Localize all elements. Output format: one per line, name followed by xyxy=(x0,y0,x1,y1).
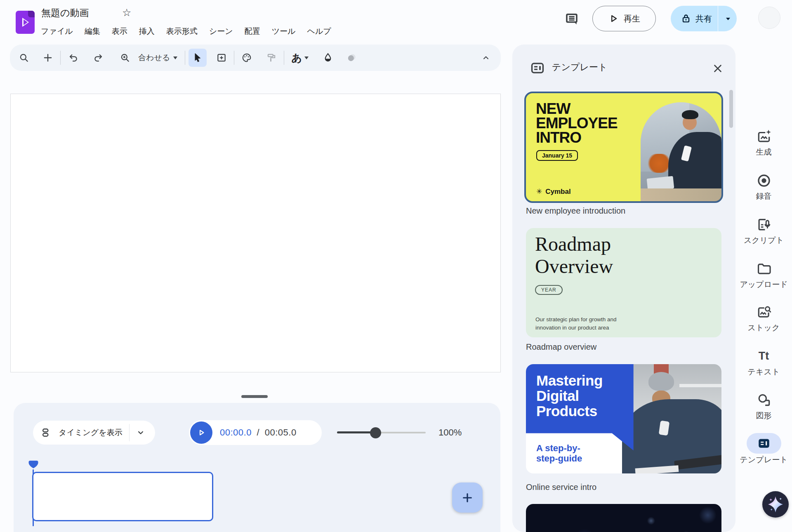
templates-panel-icon xyxy=(530,60,545,76)
zoom-in-icon xyxy=(120,52,130,63)
comments-button[interactable] xyxy=(563,10,581,28)
rail-item-text[interactable]: Tt テキスト xyxy=(735,348,792,377)
google-vids-app: 無題の動画 ☆ ファイル 編集 表示 挿入 表示形式 シーン 配置 ツール ヘル… xyxy=(0,0,792,532)
document-title[interactable]: 無題の動画 xyxy=(41,7,89,19)
zoom-slider-knob[interactable] xyxy=(370,427,381,438)
rail-item-record[interactable]: 録音 xyxy=(735,173,792,202)
undo-icon xyxy=(68,52,78,63)
scene-canvas[interactable] xyxy=(10,94,501,372)
share-button[interactable]: 共有 xyxy=(671,6,737,31)
timeline-scene-clip[interactable] xyxy=(32,472,213,521)
panel-scrollbar[interactable] xyxy=(729,90,733,128)
rail-item-script[interactable]: スクリプト xyxy=(735,217,792,246)
star-icon[interactable]: ☆ xyxy=(122,7,131,19)
generate-image-sparkle-icon xyxy=(735,129,792,144)
collapse-toolbar-button[interactable] xyxy=(477,49,495,67)
menu-arrange[interactable]: 配置 xyxy=(241,24,264,39)
card-subtitle: A step-by- step-guide xyxy=(536,443,582,464)
theme-colors-button[interactable] xyxy=(238,49,256,67)
preview-play-button[interactable]: 再生 xyxy=(592,6,656,31)
rail-item-stock[interactable]: ストック xyxy=(735,304,792,333)
template-card-roadmap[interactable]: Roadmap Overview YEAR Our strategic plan… xyxy=(526,228,721,337)
fit-zoom-dropdown[interactable]: 合わせる xyxy=(134,52,182,63)
plus-icon xyxy=(42,52,53,63)
insert-frame-button[interactable] xyxy=(212,49,231,67)
rail-item-templates-active[interactable] xyxy=(747,433,781,454)
menu-tools[interactable]: ツール xyxy=(268,24,299,39)
preview-play-label: 再生 xyxy=(624,13,640,24)
play-icon xyxy=(196,428,206,438)
rail-label: アップロード xyxy=(735,279,792,290)
card-brand: ✳ Cymbal xyxy=(536,187,571,196)
menu-scene[interactable]: シーン xyxy=(205,24,237,39)
add-scene-button[interactable] xyxy=(452,483,483,513)
chevron-down-icon xyxy=(173,56,177,61)
cymbal-star-icon: ✳ xyxy=(536,187,542,196)
brand-name: Cymbal xyxy=(545,188,570,196)
template-card-label[interactable]: Online service intro xyxy=(526,483,596,492)
template-card-online-service[interactable]: Mastering Digital Products A step-by- st… xyxy=(526,364,721,473)
account-avatar[interactable] xyxy=(758,7,780,29)
fill-color-button[interactable] xyxy=(319,49,337,67)
card-photo-designer xyxy=(627,364,721,473)
show-timing-button[interactable]: タイミングを表示 xyxy=(33,421,155,445)
timing-chevron-down-icon[interactable] xyxy=(135,427,146,438)
timeline-play-button[interactable] xyxy=(190,421,212,444)
rail-item-shapes[interactable]: 図形 xyxy=(735,392,792,421)
droplet-icon xyxy=(323,52,333,63)
show-timing-label: タイミングを表示 xyxy=(59,427,123,438)
transparency-button[interactable] xyxy=(343,49,361,67)
templates-filled-icon xyxy=(757,436,771,450)
playback-controls: 00:00.0 / 00:05.0 xyxy=(189,420,322,445)
lock-icon xyxy=(681,13,691,24)
template-card-new-employee[interactable]: NEW EMPLOYEE INTRO January 15 ✳ Cymbal xyxy=(524,92,723,203)
select-tool-button[interactable] xyxy=(189,49,207,67)
gemini-button[interactable] xyxy=(762,491,789,518)
toolbar-divider xyxy=(284,51,284,65)
chevron-down-icon xyxy=(304,56,309,61)
paint-format-button[interactable] xyxy=(262,49,280,67)
rail-item-templates-label-wrap[interactable]: テンプレート xyxy=(735,454,792,465)
share-dropdown-caret[interactable] xyxy=(723,14,733,24)
search-tools-button[interactable] xyxy=(15,49,33,67)
rail-label: テンプレート xyxy=(735,454,792,465)
fit-zoom-label: 合わせる xyxy=(138,52,170,63)
rail-item-generate[interactable]: 生成 xyxy=(735,129,792,158)
template-card-partial[interactable] xyxy=(526,504,721,532)
playhead-marker[interactable] xyxy=(28,460,39,470)
toolbar-divider xyxy=(60,51,61,65)
plus-icon xyxy=(461,491,474,504)
card-date-badge: January 15 xyxy=(536,150,578,161)
menu-edit[interactable]: 編集 xyxy=(81,24,104,39)
time-separator: / xyxy=(257,427,260,438)
rail-label: 生成 xyxy=(735,147,792,158)
redo-icon xyxy=(93,52,104,63)
menu-help[interactable]: ヘルプ xyxy=(304,24,335,39)
rail-item-upload[interactable]: アップロード xyxy=(735,261,792,290)
menu-format[interactable]: 表示形式 xyxy=(163,24,201,39)
close-panel-button[interactable] xyxy=(710,61,725,76)
card-photo-office-worker xyxy=(641,102,721,201)
menu-file[interactable]: ファイル xyxy=(37,24,77,39)
vids-logo[interactable] xyxy=(16,11,35,34)
zoom-button[interactable] xyxy=(116,49,134,67)
menu-insert[interactable]: 挿入 xyxy=(135,24,158,39)
undo-button[interactable] xyxy=(64,49,82,67)
menu-view[interactable]: 表示 xyxy=(108,24,131,39)
total-time: 00:05.0 xyxy=(265,427,297,438)
templates-panel-title: テンプレート xyxy=(552,61,608,73)
current-time: 00:00.0 xyxy=(220,427,252,438)
palette-icon xyxy=(241,52,252,63)
template-card-label[interactable]: Roadmap overview xyxy=(526,342,596,352)
gemini-sparkle-icon xyxy=(765,494,786,515)
comment-icon xyxy=(564,12,579,26)
card-title: NEW EMPLOYEE INTRO xyxy=(536,101,618,145)
card-photo-night-bokeh xyxy=(526,504,721,532)
template-card-label[interactable]: New employee introduction xyxy=(526,206,625,216)
new-scene-button[interactable] xyxy=(39,49,57,67)
text-style-button[interactable]: あ xyxy=(288,49,312,67)
card-title: Roadmap Overview xyxy=(535,233,613,278)
redo-button[interactable] xyxy=(90,49,108,67)
timeline-resize-handle[interactable] xyxy=(241,395,268,398)
shapes-icon xyxy=(735,392,792,408)
